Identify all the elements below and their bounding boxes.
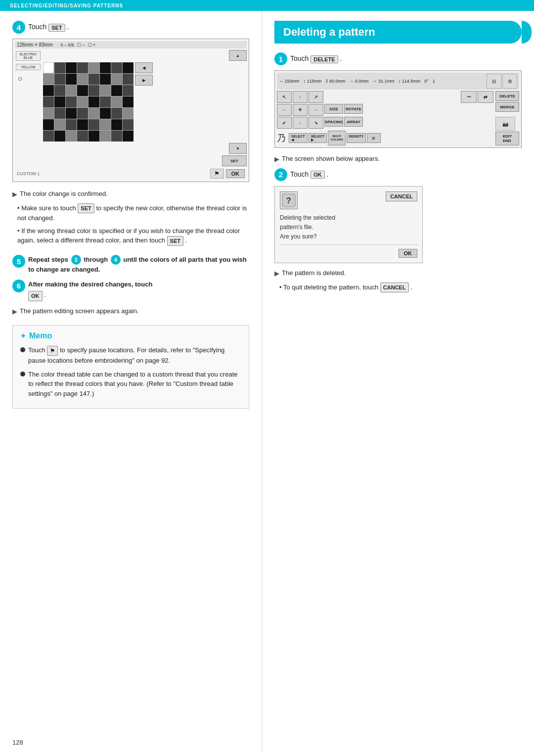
pause-btn-memo[interactable]: ⚑ <box>47 346 58 356</box>
color-cell[interactable] <box>111 96 122 107</box>
color-cell[interactable] <box>77 62 88 73</box>
set-button-screen[interactable]: SET <box>222 155 247 166</box>
nav-left[interactable]: ← <box>277 104 292 116</box>
color-cell[interactable] <box>43 96 54 107</box>
multi-colors-btn[interactable]: MULTICOLORS <box>328 131 346 145</box>
color-cell[interactable] <box>54 85 65 96</box>
nav-right[interactable]: → <box>309 104 323 116</box>
color-cell[interactable] <box>100 131 111 142</box>
wave-btn[interactable]: 〜 <box>461 91 477 103</box>
color-cell[interactable] <box>66 74 77 85</box>
ok-btn-step6[interactable]: OK <box>28 291 43 301</box>
color-cell[interactable] <box>54 96 65 107</box>
ok-button-step2[interactable]: OK <box>311 171 325 179</box>
merge-btn-screen[interactable]: MERGE <box>495 102 519 112</box>
color-cell[interactable] <box>100 62 111 73</box>
color-cell[interactable] <box>100 119 111 130</box>
color-cell[interactable] <box>111 74 122 85</box>
color-cell[interactable] <box>100 108 111 119</box>
color-cell[interactable] <box>123 85 134 96</box>
color-cell[interactable] <box>111 108 122 119</box>
color-cell[interactable] <box>89 62 99 73</box>
color-cell[interactable] <box>89 131 99 142</box>
color-cell[interactable] <box>77 119 88 130</box>
screen-right-btns: ◀ ▶ <box>135 62 153 142</box>
ok-btn-dialog[interactable]: OK <box>399 249 418 258</box>
color-cell[interactable] <box>43 74 54 85</box>
delete-button[interactable]: DELETE <box>311 55 338 63</box>
color-cell[interactable] <box>43 62 54 73</box>
nav-topleft[interactable]: ↖ <box>277 91 292 103</box>
color-cell[interactable] <box>89 96 99 107</box>
set-btn-bullet3[interactable]: SET <box>167 236 183 246</box>
grid-btn[interactable]: ⊞ <box>367 133 381 143</box>
color-cell[interactable] <box>43 85 54 96</box>
density-btn[interactable]: DENSITY <box>347 133 365 143</box>
nav-topright[interactable]: ↗ <box>309 91 323 103</box>
color-cell[interactable] <box>54 108 65 119</box>
color-cell[interactable] <box>54 74 65 85</box>
color-cell[interactable] <box>66 62 77 73</box>
color-cell[interactable] <box>66 119 77 130</box>
right-screen-top-bar: ↔ 150mm ↕ 115mm ‡ 60.0mm ↔ 0.0mm ↔ 31.1m… <box>277 73 519 90</box>
color-cell[interactable] <box>100 96 111 107</box>
select-btn-1[interactable]: SELECT◀ <box>289 133 308 143</box>
confirmed-text: The color change is confirmed. <box>12 189 249 199</box>
color-cell[interactable] <box>123 62 134 73</box>
color-cell[interactable] <box>77 85 88 96</box>
color-cell[interactable] <box>89 85 99 96</box>
color-cell[interactable] <box>54 131 65 142</box>
color-cell[interactable] <box>43 108 54 119</box>
color-cell[interactable] <box>89 108 99 119</box>
scroll-down-btn[interactable]: ▼ <box>229 143 247 154</box>
color-cell[interactable] <box>111 131 122 142</box>
nav-up[interactable]: ↑ <box>293 91 308 103</box>
edit-end-btn[interactable]: EDITEND <box>495 132 519 145</box>
select-btn-2[interactable]: SELECT▶ <box>309 133 327 143</box>
color-cell[interactable] <box>111 85 122 96</box>
color-cell[interactable] <box>54 62 65 73</box>
nav-down[interactable]: ↓ <box>293 117 308 129</box>
color-cell[interactable] <box>66 131 77 142</box>
color-cell[interactable] <box>123 96 134 107</box>
question-icon: ? <box>280 191 298 209</box>
nav-center[interactable]: ✛ <box>293 104 308 116</box>
set-button-step4[interactable]: SET <box>48 24 65 32</box>
color-cell[interactable] <box>89 74 99 85</box>
cancel-btn-inline[interactable]: CANCEL <box>380 283 409 293</box>
color-cell[interactable] <box>123 131 134 142</box>
array-btn[interactable]: ARRAY <box>344 117 363 127</box>
color-cell[interactable] <box>100 74 111 85</box>
scroll-up-btn[interactable]: ▲ <box>229 50 247 61</box>
color-cell[interactable] <box>123 74 134 85</box>
color-cell[interactable] <box>123 119 134 130</box>
color-cell[interactable] <box>43 119 54 130</box>
color-cell[interactable] <box>111 119 122 130</box>
color-cell[interactable] <box>100 85 111 96</box>
flip-btn[interactable]: ⇄ <box>478 91 493 103</box>
color-cell[interactable] <box>77 108 88 119</box>
delete-btn-screen[interactable]: DELETE <box>495 91 519 101</box>
color-cell[interactable] <box>54 119 65 130</box>
scroll-left-btn[interactable]: ▶ <box>135 75 153 86</box>
spacing-btn[interactable]: SPACING <box>324 117 343 127</box>
color-cell[interactable] <box>77 96 88 107</box>
nav-bottomleft[interactable]: ↙ <box>277 117 292 129</box>
color-cell[interactable] <box>43 131 54 142</box>
color-cell[interactable] <box>123 108 134 119</box>
color-cell[interactable] <box>66 85 77 96</box>
nav-bottomright[interactable]: ↘ <box>309 117 323 129</box>
pause-icon: ⚑ <box>210 169 224 179</box>
set-btn-bullet2[interactable]: SET <box>78 203 94 214</box>
color-cell[interactable] <box>111 62 122 73</box>
rotate-btn[interactable]: ROTATE <box>344 104 363 114</box>
size-btn[interactable]: SIZE <box>324 104 343 114</box>
color-cell[interactable] <box>89 119 99 130</box>
scroll-right-btn[interactable]: ◀ <box>135 62 153 73</box>
cancel-button[interactable]: CANCEL <box>386 191 417 201</box>
ok-btn-screen[interactable]: OK <box>226 169 245 178</box>
color-cell[interactable] <box>66 108 77 119</box>
color-cell[interactable] <box>77 74 88 85</box>
color-cell[interactable] <box>77 131 88 142</box>
color-cell[interactable] <box>66 96 77 107</box>
